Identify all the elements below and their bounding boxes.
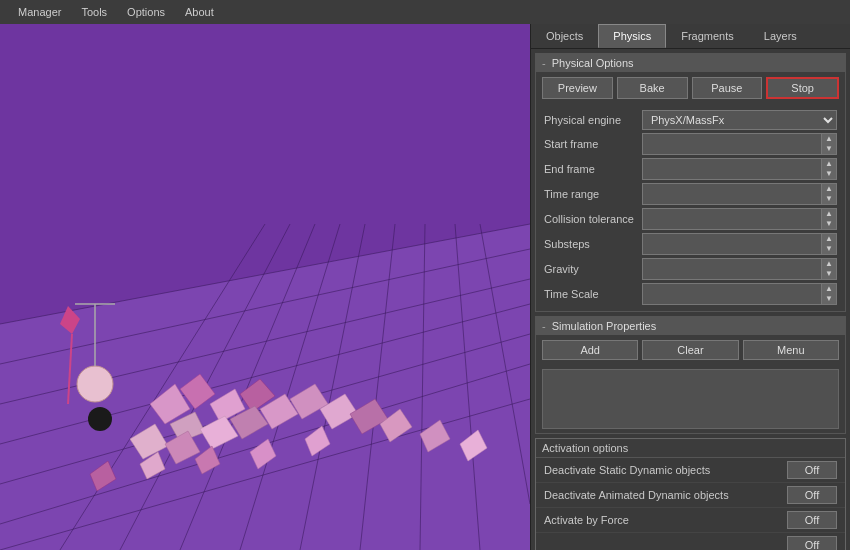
collision-tolerance-spinner: 0.1 ▲ ▼ <box>642 208 837 230</box>
start-frame-spinner: 0 ▲ ▼ <box>642 133 837 155</box>
menu-button[interactable]: Menu <box>743 340 839 360</box>
activation-row-3: Off <box>536 533 845 550</box>
activation-options-header: Activation options <box>536 439 845 458</box>
time-scale-input[interactable]: 1.0 <box>643 287 821 301</box>
activation-label-1: Deactivate Animated Dynamic objects <box>544 489 729 501</box>
end-frame-spinner: 100 ▲ ▼ <box>642 158 837 180</box>
tab-objects[interactable]: Objects <box>531 24 598 48</box>
menu-manager[interactable]: Manager <box>8 4 71 20</box>
simulation-properties-title: Simulation Properties <box>552 320 657 332</box>
substeps-up[interactable]: ▲ <box>822 234 836 244</box>
panel-scroll[interactable]: - Physical Options Preview Bake Pause St… <box>531 49 850 550</box>
tab-fragments[interactable]: Fragments <box>666 24 749 48</box>
gravity-label: Gravity <box>544 263 634 275</box>
main-area: Objects Physics Fragments Layers - Physi… <box>0 24 850 550</box>
activation-row-0: Deactivate Static Dynamic objects Off <box>536 458 845 483</box>
physics-buttons-row: Preview Bake Pause Stop <box>536 72 845 104</box>
add-button[interactable]: Add <box>542 340 638 360</box>
simulation-properties-section: - Simulation Properties Add Clear Menu <box>535 316 846 434</box>
end-frame-down[interactable]: ▼ <box>822 169 836 179</box>
activation-toggle-2[interactable]: Off <box>787 511 837 529</box>
physics-properties: Physical engine PhysX/MassFx Start frame… <box>536 104 845 311</box>
end-frame-input[interactable]: 100 <box>643 162 821 176</box>
end-frame-arrows: ▲ ▼ <box>821 159 836 179</box>
time-range-label: Time range <box>544 188 634 200</box>
time-scale-arrows: ▲ ▼ <box>821 284 836 304</box>
end-frame-up[interactable]: ▲ <box>822 159 836 169</box>
physical-engine-label: Physical engine <box>544 114 634 126</box>
gravity-arrows: ▲ ▼ <box>821 259 836 279</box>
simulation-buttons-row: Add Clear Menu <box>536 335 845 365</box>
menu-options[interactable]: Options <box>117 4 175 20</box>
collision-tolerance-label: Collision tolerance <box>544 213 634 225</box>
physical-options-header: - Physical Options <box>536 54 845 72</box>
physical-engine-value: PhysX/MassFx <box>642 110 837 130</box>
start-frame-label: Start frame <box>544 138 634 150</box>
start-frame-arrows: ▲ ▼ <box>821 134 836 154</box>
collision-tolerance-input[interactable]: 0.1 <box>643 212 821 226</box>
activation-toggle-1[interactable]: Off <box>787 486 837 504</box>
time-scale-down[interactable]: ▼ <box>822 294 836 304</box>
time-range-spinner: 100 ▲ ▼ <box>642 183 837 205</box>
activation-toggle-0[interactable]: Off <box>787 461 837 479</box>
activation-label-2: Activate by Force <box>544 514 629 526</box>
substeps-input[interactable]: 3 <box>643 237 821 251</box>
menu-about[interactable]: About <box>175 4 224 20</box>
collision-tolerance-down[interactable]: ▼ <box>822 219 836 229</box>
bake-button[interactable]: Bake <box>617 77 688 99</box>
preview-button[interactable]: Preview <box>542 77 613 99</box>
time-range-arrows: ▲ ▼ <box>821 184 836 204</box>
substeps-spinner: 3 ▲ ▼ <box>642 233 837 255</box>
right-panel: Objects Physics Fragments Layers - Physi… <box>530 24 850 550</box>
pause-button[interactable]: Pause <box>692 77 763 99</box>
time-range-input[interactable]: 100 <box>643 187 821 201</box>
physical-options-section: - Physical Options Preview Bake Pause St… <box>535 53 846 312</box>
physical-engine-select[interactable]: PhysX/MassFx <box>642 110 837 130</box>
activation-options-section: Activation options Deactivate Static Dyn… <box>535 438 846 550</box>
activation-toggle-3[interactable]: Off <box>787 536 837 550</box>
gravity-spinner: 0.8 ▲ ▼ <box>642 258 837 280</box>
svg-point-20 <box>88 407 112 431</box>
time-scale-spinner: 1.0 ▲ ▼ <box>642 283 837 305</box>
time-range-up[interactable]: ▲ <box>822 184 836 194</box>
tab-physics[interactable]: Physics <box>598 24 666 48</box>
gravity-input[interactable]: 0.8 <box>643 262 821 276</box>
collision-tolerance-arrows: ▲ ▼ <box>821 209 836 229</box>
activation-label-0: Deactivate Static Dynamic objects <box>544 464 710 476</box>
clear-button[interactable]: Clear <box>642 340 738 360</box>
grid-svg <box>0 24 530 550</box>
menu-bar: Manager Tools Options About <box>0 0 850 24</box>
activation-row-1: Deactivate Animated Dynamic objects Off <box>536 483 845 508</box>
start-frame-up[interactable]: ▲ <box>822 134 836 144</box>
collision-tolerance-up[interactable]: ▲ <box>822 209 836 219</box>
gravity-down[interactable]: ▼ <box>822 269 836 279</box>
gravity-up[interactable]: ▲ <box>822 259 836 269</box>
time-scale-up[interactable]: ▲ <box>822 284 836 294</box>
time-range-down[interactable]: ▼ <box>822 194 836 204</box>
start-frame-input[interactable]: 0 <box>643 137 821 151</box>
activation-row-2: Activate by Force Off <box>536 508 845 533</box>
substeps-down[interactable]: ▼ <box>822 244 836 254</box>
physical-options-title: Physical Options <box>552 57 634 69</box>
simulation-props-area <box>542 369 839 429</box>
collapse-physical[interactable]: - <box>542 57 546 69</box>
simulation-properties-header: - Simulation Properties <box>536 317 845 335</box>
start-frame-down[interactable]: ▼ <box>822 144 836 154</box>
substeps-arrows: ▲ ▼ <box>821 234 836 254</box>
substeps-label: Substeps <box>544 238 634 250</box>
collapse-simulation[interactable]: - <box>542 320 546 332</box>
end-frame-label: End frame <box>544 163 634 175</box>
svg-point-17 <box>77 366 113 402</box>
menu-tools[interactable]: Tools <box>71 4 117 20</box>
time-scale-label: Time Scale <box>544 288 634 300</box>
stop-button[interactable]: Stop <box>766 77 839 99</box>
tab-layers[interactable]: Layers <box>749 24 812 48</box>
viewport <box>0 24 530 550</box>
tabs-row: Objects Physics Fragments Layers <box>531 24 850 49</box>
